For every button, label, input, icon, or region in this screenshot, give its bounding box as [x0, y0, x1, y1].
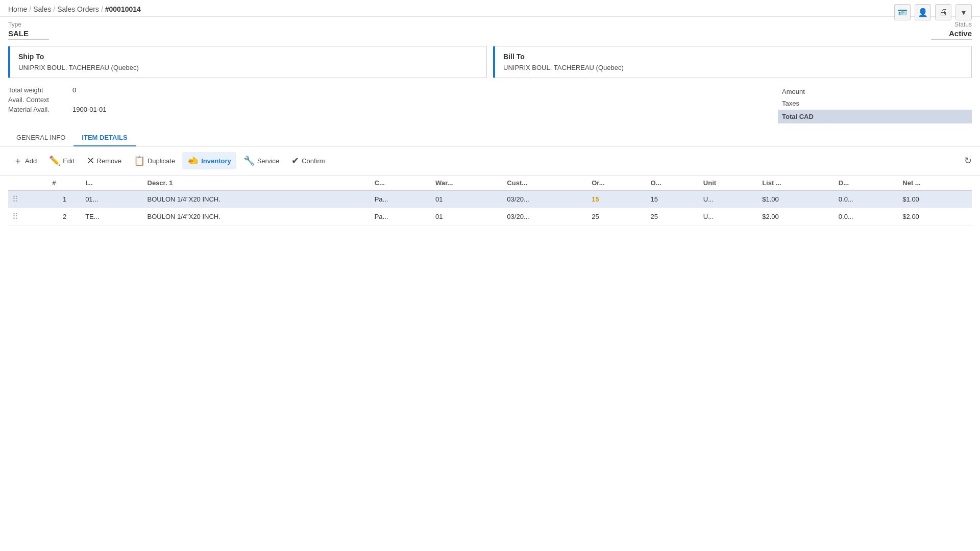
- inventory-label: Inventory: [201, 157, 231, 165]
- cell-list: $1.00: [758, 191, 835, 208]
- drag-handle: ⠿: [8, 191, 48, 208]
- refresh-icon[interactable]: ↻: [964, 155, 972, 166]
- tabs: GENERAL INFO ITEM DETAILS: [0, 130, 980, 146]
- col-d[interactable]: D...: [835, 176, 899, 191]
- type-label: Type: [8, 21, 49, 28]
- breadcrumb: Home / Sales / Sales Orders / #00010014 …: [0, 0, 980, 17]
- material-avail-row: Material Avail. 1900-01-01: [8, 106, 107, 113]
- cell-war: 01: [431, 208, 503, 226]
- cell-descr: BOULON 1/4"X20 INCH.: [143, 191, 371, 208]
- remove-icon: ✕: [87, 155, 94, 166]
- add-button[interactable]: ＋ Add: [8, 152, 42, 170]
- cell-cust: 03/20...: [503, 191, 587, 208]
- col-descr[interactable]: Descr. 1: [143, 176, 371, 191]
- cell-war: 01: [431, 191, 503, 208]
- cell-num: 1: [48, 191, 81, 208]
- material-avail-value: 1900-01-01: [72, 106, 107, 113]
- bill-to-title: Bill To: [503, 53, 963, 61]
- confirm-button[interactable]: ✔ Confirm: [286, 152, 330, 169]
- service-button[interactable]: 🔧 Service: [238, 152, 284, 169]
- drag-handle: ⠿: [8, 208, 48, 226]
- breadcrumb-sales[interactable]: Sales: [33, 5, 51, 13]
- remove-button[interactable]: ✕ Remove: [82, 152, 127, 169]
- info-left: Total weight 0 Avail. Context Material A…: [8, 86, 107, 123]
- status-label: Status: [931, 21, 972, 28]
- col-drag: [8, 176, 48, 191]
- ship-to-address: UNIPRIX BOUL. TACHEREAU (Quebec): [18, 64, 478, 71]
- cell-num: 2: [48, 208, 81, 226]
- total-label: Total CAD: [782, 113, 814, 120]
- bill-to-card: Bill To UNIPRIX BOUL. TACHEREAU (Quebec): [493, 46, 972, 78]
- edit-button[interactable]: ✏️ Edit: [44, 152, 79, 169]
- amount-label: Amount: [782, 88, 805, 95]
- cell-unit: U...: [699, 208, 758, 226]
- col-or[interactable]: Or...: [587, 176, 646, 191]
- inventory-icon: 🫲: [187, 155, 199, 166]
- remove-label: Remove: [97, 157, 121, 165]
- cell-descr: BOULON 1/4"X20 INCH.: [143, 208, 371, 226]
- person-icon-btn[interactable]: 👤: [915, 4, 931, 20]
- ship-to-card: Ship To UNIPRIX BOUL. TACHEREAU (Quebec): [8, 46, 487, 78]
- top-right-actions: 🪪 👤 🖨 ▾: [894, 4, 972, 20]
- print-icon-btn[interactable]: 🖨: [935, 4, 951, 20]
- col-war[interactable]: War...: [431, 176, 503, 191]
- table-body: ⠿ 1 01... BOULON 1/4"X20 INCH. Pa... 01 …: [8, 191, 972, 226]
- col-c[interactable]: C...: [371, 176, 431, 191]
- breadcrumb-home[interactable]: Home: [8, 5, 27, 13]
- address-cards: Ship To UNIPRIX BOUL. TACHEREAU (Quebec)…: [0, 42, 980, 82]
- chevron-down-icon-btn[interactable]: ▾: [955, 4, 972, 20]
- status-value: Active: [931, 29, 972, 40]
- taxes-label: Taxes: [782, 99, 799, 107]
- tab-item-details[interactable]: ITEM DETAILS: [74, 130, 135, 146]
- status-block: Status Active: [931, 21, 972, 40]
- cell-or: 15: [587, 191, 646, 208]
- table-row[interactable]: ⠿ 1 01... BOULON 1/4"X20 INCH. Pa... 01 …: [8, 191, 972, 208]
- inventory-button[interactable]: 🫲 Inventory: [182, 152, 236, 169]
- breadcrumb-orders[interactable]: Sales Orders: [57, 5, 99, 13]
- col-o[interactable]: O...: [647, 176, 699, 191]
- type-status-row: Type SALE Status Active: [0, 17, 980, 42]
- financials: Amount Taxes Total CAD: [778, 86, 972, 123]
- cell-cust: 03/20...: [503, 208, 587, 226]
- cell-i: 01...: [81, 191, 143, 208]
- col-list[interactable]: List ...: [758, 176, 835, 191]
- confirm-icon: ✔: [291, 155, 299, 166]
- duplicate-button[interactable]: 📋 Duplicate: [129, 152, 180, 169]
- col-i[interactable]: I...: [81, 176, 143, 191]
- avail-context-row: Avail. Context: [8, 96, 107, 104]
- col-unit[interactable]: Unit: [699, 176, 758, 191]
- amount-row: Amount: [778, 86, 972, 97]
- item-details-table: # I... Descr. 1 C... War... Cust... Or..…: [0, 176, 980, 226]
- total-weight-row: Total weight 0: [8, 86, 107, 94]
- duplicate-label: Duplicate: [148, 157, 175, 165]
- col-net[interactable]: Net ...: [898, 176, 972, 191]
- col-num[interactable]: #: [48, 176, 81, 191]
- confirm-label: Confirm: [302, 157, 325, 165]
- tab-general-info[interactable]: GENERAL INFO: [8, 130, 74, 146]
- add-label: Add: [25, 157, 37, 165]
- add-icon: ＋: [13, 155, 22, 167]
- service-label: Service: [257, 157, 279, 165]
- bill-to-address: UNIPRIX BOUL. TACHEREAU (Quebec): [503, 64, 963, 71]
- table-row[interactable]: ⠿ 2 TE... BOULON 1/4"X20 INCH. Pa... 01 …: [8, 208, 972, 226]
- type-value: SALE: [8, 29, 49, 40]
- card-icon-btn[interactable]: 🪪: [894, 4, 911, 20]
- avail-context-label: Avail. Context: [8, 96, 64, 104]
- cell-o: 25: [647, 208, 699, 226]
- type-block: Type SALE: [8, 21, 49, 40]
- cell-or: 25: [587, 208, 646, 226]
- material-avail-label: Material Avail.: [8, 106, 64, 113]
- cell-net: $1.00: [898, 191, 972, 208]
- info-grid: Total weight 0 Avail. Context Material A…: [0, 82, 980, 128]
- col-cust[interactable]: Cust...: [503, 176, 587, 191]
- total-weight-value: 0: [72, 86, 76, 94]
- ship-to-title: Ship To: [18, 53, 478, 61]
- cell-list: $2.00: [758, 208, 835, 226]
- cell-unit: U...: [699, 191, 758, 208]
- table-header: # I... Descr. 1 C... War... Cust... Or..…: [8, 176, 972, 191]
- cell-o: 15: [647, 191, 699, 208]
- taxes-row: Taxes: [778, 98, 972, 109]
- cell-c: Pa...: [371, 208, 431, 226]
- total-row: Total CAD: [778, 110, 972, 123]
- cell-d: 0.0...: [835, 208, 899, 226]
